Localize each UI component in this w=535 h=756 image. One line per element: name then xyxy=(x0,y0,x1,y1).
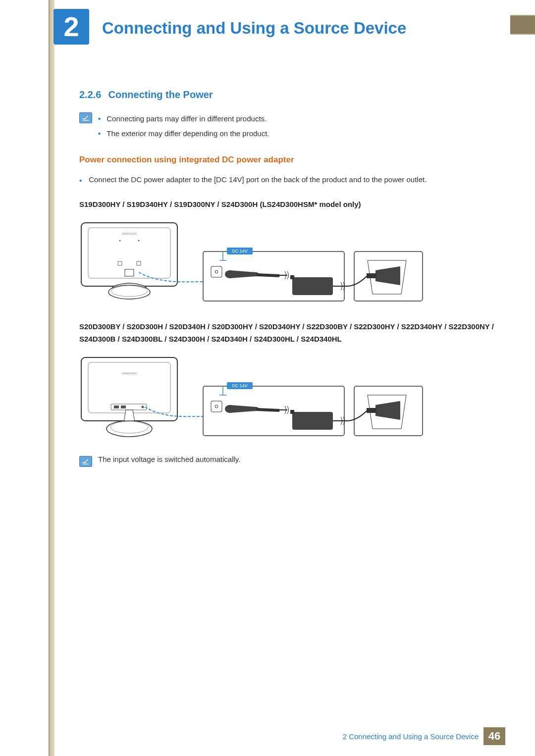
svg-rect-36 xyxy=(367,408,376,413)
svg-point-2 xyxy=(119,240,121,241)
svg-rect-16 xyxy=(292,277,333,295)
note-icon xyxy=(79,456,92,467)
subsection-heading: Power connection using integrated DC pow… xyxy=(79,155,495,165)
svg-rect-34 xyxy=(292,412,333,430)
section-heading: 2.2.6Connecting the Power xyxy=(79,89,495,101)
dc-label: DC 14V xyxy=(232,249,248,253)
svg-point-32 xyxy=(215,405,218,408)
dc-label: DC 14V xyxy=(232,383,248,388)
svg-point-26 xyxy=(110,421,148,433)
model-list-2: S20D300BY / S20D300H / S20D340H / S20D30… xyxy=(79,320,495,346)
note-line: Connecting parts may differ in different… xyxy=(98,111,269,126)
note-lines: Connecting parts may differ in different… xyxy=(98,111,269,141)
left-decorative-rail xyxy=(50,0,54,756)
chapter-number: 2 xyxy=(63,13,79,41)
svg-rect-23 xyxy=(121,405,126,408)
diagram-2: SAMSUNG DC 14V xyxy=(79,352,426,443)
diagram-1: SAMSUNG DC 14V xyxy=(79,217,426,308)
bullet-dot: • xyxy=(79,174,82,187)
footnote-row: The input voltage is switched automatica… xyxy=(79,455,495,467)
footer-chapter-ref: 2 Connecting and Using a Source Device xyxy=(343,727,479,745)
instruction-row: • Connect the DC power adapter to the [D… xyxy=(79,173,495,187)
footer: 2 Connecting and Using a Source Device 4… xyxy=(343,727,505,745)
chapter-number-badge: 2 xyxy=(54,9,89,45)
footer-chapter-title: Connecting and Using a Source Device xyxy=(349,732,479,741)
svg-rect-6 xyxy=(125,269,134,276)
content-area: 2.2.6Connecting the Power Connecting par… xyxy=(79,89,495,467)
brand-label: SAMSUNG xyxy=(122,372,137,375)
chapter-title: Connecting and Using a Source Device xyxy=(99,19,411,38)
svg-point-24 xyxy=(142,405,144,408)
note-line: The exterior may differ depending on the… xyxy=(98,126,269,141)
instruction-text: Connect the DC power adapter to the [DC … xyxy=(89,173,427,187)
note-block: Connecting parts may differ in different… xyxy=(79,111,495,141)
footnote-text: The input voltage is switched automatica… xyxy=(98,455,240,463)
page-number: 46 xyxy=(483,727,505,745)
note-icon xyxy=(79,112,92,123)
left-decorative-rail-edge xyxy=(49,0,50,756)
svg-point-14 xyxy=(215,270,218,273)
brand-label: SAMSUNG xyxy=(122,232,137,235)
page: 2 Connecting and Using a Source Device 2… xyxy=(0,0,535,756)
model-list-1: S19D300HY / S19D340HY / S19D300NY / S24D… xyxy=(79,198,495,211)
svg-rect-18 xyxy=(367,273,376,278)
svg-point-3 xyxy=(138,240,140,241)
section-number: 2.2.6 xyxy=(79,89,101,100)
svg-rect-22 xyxy=(114,405,119,408)
footer-chapter-num: 2 xyxy=(343,732,347,741)
section-title: Connecting the Power xyxy=(108,89,213,100)
svg-point-8 xyxy=(111,286,147,297)
